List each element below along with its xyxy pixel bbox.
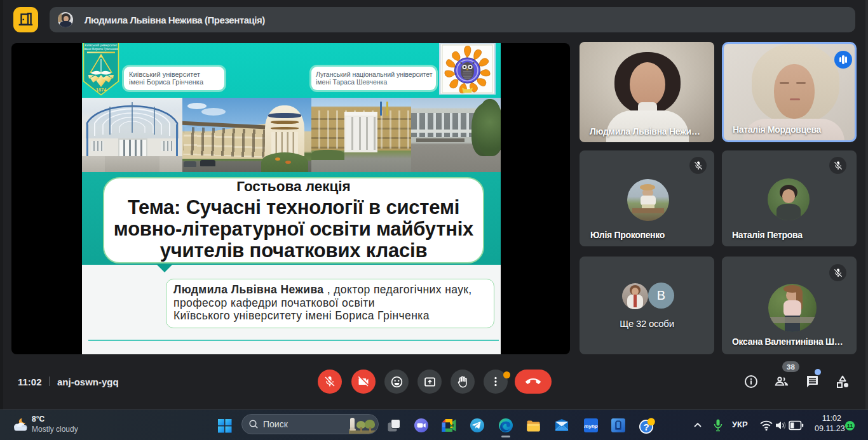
svg-text:імені Бориса Грінченка: імені Бориса Грінченка <box>84 47 118 51</box>
svg-text:1874: 1874 <box>96 87 107 93</box>
svg-text:Київський університет: Київський університет <box>85 43 118 47</box>
svg-text:myhp: myhp <box>584 423 597 429</box>
